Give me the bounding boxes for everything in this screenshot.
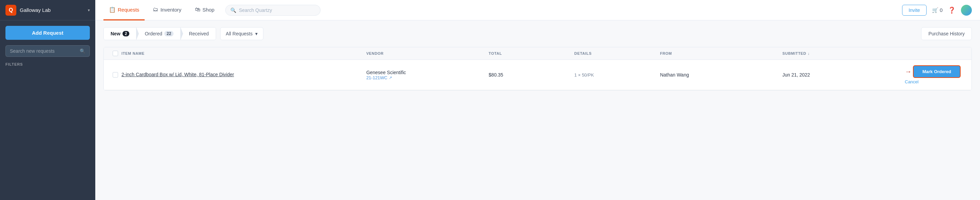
table-row: 2-inch Cardboard Box w/ Lid, White, 81-P… [104,60,972,90]
row-checkbox[interactable] [113,72,118,78]
th-submitted: SUBMITTED ↓ [782,51,905,56]
requests-table: ITEM NAME VENDOR TOTAL DETAILS FROM SUBM… [103,47,972,90]
tab-requests[interactable]: 📋 Requests [103,0,145,21]
status-filter-tabs: New 2 Ordered 22 Received [103,27,216,40]
arrow-indicator-icon: → [905,68,912,76]
row-total: $80.35 [488,72,574,78]
content-area: New 2 Ordered 22 Received All Requests ▾… [95,21,980,200]
filters-label: FILTERS [0,62,95,66]
org-chevron-icon[interactable]: ▾ [88,8,90,13]
tab-ordered-arrow [180,27,183,40]
tab-requests-label: Requests [118,7,139,13]
tab-received-label: Received [189,31,208,37]
purchase-history-button[interactable]: Purchase History [921,27,972,40]
app-logo: Q [5,5,16,16]
all-requests-chevron-icon: ▾ [255,31,258,37]
search-sidebar-container: 🔍 [5,45,90,57]
vendor-name: Genesee Scientific [366,70,488,75]
sort-icon: ↓ [808,51,810,56]
cancel-link[interactable]: Cancel [905,79,918,84]
tab-new-arrow [136,27,139,40]
th-details: DETAILS [574,51,660,56]
th-total: TOTAL [488,51,574,56]
invite-button[interactable]: Invite [902,5,926,16]
search-new-requests-input[interactable] [10,48,77,54]
shop-icon: 🛍 [195,6,200,13]
tab-ordered[interactable]: Ordered 22 [137,27,181,40]
row-submitted: Jun 21, 2022 [782,72,905,78]
filter-row: New 2 Ordered 22 Received All Requests ▾… [103,27,972,40]
global-search-input[interactable] [239,8,315,13]
row-action-cell: → Mark Ordered Cancel [905,65,966,84]
tab-ordered-badge: 22 [164,31,173,37]
user-avatar[interactable] [961,5,972,16]
table-header: ITEM NAME VENDOR TOTAL DETAILS FROM SUBM… [104,47,972,60]
tab-inventory[interactable]: 🗂 Inventory [147,0,187,21]
th-action [905,51,966,56]
select-all-checkbox[interactable] [113,51,118,56]
row-item-name: 2-inch Cardboard Box w/ Lid, White, 81-P… [121,71,366,78]
main-content: 📋 Requests 🗂 Inventory 🛍 Shop 🔍 Invite 🛒… [95,0,980,200]
requests-icon: 📋 [109,6,116,13]
sidebar-header[interactable]: Q Galloway Lab ▾ [0,0,95,21]
top-nav: 📋 Requests 🗂 Inventory 🛍 Shop 🔍 Invite 🛒… [95,0,980,21]
search-sidebar-icon: 🔍 [80,48,86,54]
tab-ordered-label: Ordered [145,31,162,37]
mark-ordered-button[interactable]: Mark Ordered [913,65,961,78]
sidebar: Q Galloway Lab ▾ Add Request 🔍 FILTERS [0,0,95,200]
th-vendor: VENDOR [366,51,488,56]
org-name: Galloway Lab [20,7,88,13]
select-all-checkbox-cell[interactable] [109,51,121,56]
tab-shop[interactable]: 🛍 Shop [189,0,220,21]
tab-new[interactable]: New 2 [104,27,137,40]
external-link-icon: ↗ [389,76,392,80]
tab-inventory-label: Inventory [160,7,181,13]
global-search-icon: 🔍 [231,8,236,13]
tab-shop-label: Shop [202,7,215,13]
th-item-name: ITEM NAME [121,51,366,56]
row-details: 1 × 50/PK [574,73,660,78]
item-name-link[interactable]: 2-inch Cardboard Box w/ Lid, White, 81-P… [121,72,234,77]
cart-count: 0 [940,7,943,13]
tab-new-badge: 2 [123,31,130,37]
row-checkbox-cell[interactable] [109,72,121,78]
all-requests-label: All Requests [226,31,253,37]
help-icon[interactable]: ❓ [948,6,956,14]
tab-new-label: New [111,31,121,37]
inventory-icon: 🗂 [153,6,158,13]
cart-icon[interactable]: 🛒 0 [932,7,943,13]
all-requests-dropdown[interactable]: All Requests ▾ [220,27,264,40]
vendor-code[interactable]: 21-121WC ↗ [366,75,488,80]
th-from: FROM [660,51,783,56]
row-vendor: Genesee Scientific 21-121WC ↗ [366,70,488,80]
action-row: → Mark Ordered [905,65,961,78]
global-search: 🔍 [225,5,321,16]
tab-received[interactable]: Received [181,27,215,40]
nav-right: Invite 🛒 0 ❓ [902,5,972,16]
add-request-button[interactable]: Add Request [5,26,90,40]
row-from: Nathan Wang [660,72,783,78]
